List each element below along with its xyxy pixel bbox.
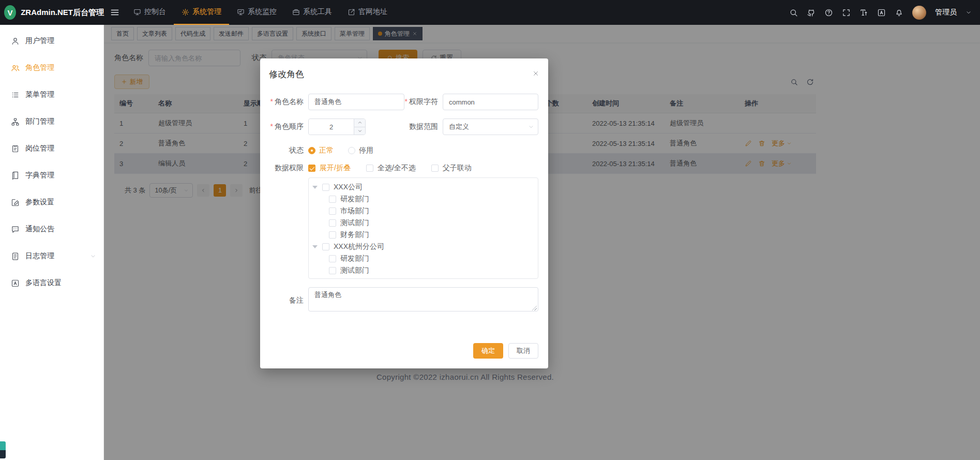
stepper-controls	[354, 119, 365, 135]
sidebar-item-dictionary[interactable]: 字典管理	[0, 162, 103, 189]
tree-node-label: XXX公司	[334, 183, 363, 192]
tree-node-dept[interactable]: 财务部门	[309, 229, 538, 241]
checkbox	[308, 165, 315, 172]
tree-node-label: 测试部门	[340, 266, 369, 275]
tree-checkbox[interactable]	[329, 219, 336, 227]
caret-down-icon[interactable]	[312, 186, 318, 189]
nav-label: 系统工具	[303, 7, 332, 17]
avatar[interactable]	[912, 6, 926, 20]
form-row-status: 状态 正常 停用	[266, 143, 538, 158]
checkbox	[366, 165, 373, 172]
monitor-icon	[133, 8, 141, 16]
list-icon	[11, 91, 20, 99]
checkbox-label: 父子联动	[443, 164, 472, 173]
tree-checkbox[interactable]	[329, 267, 336, 274]
tree-node-dept[interactable]: 测试部门	[309, 264, 538, 276]
sidebar-item-notices[interactable]: 通知公告	[0, 216, 103, 243]
sidebar-item-parameters[interactable]: 参数设置	[0, 189, 103, 216]
tree-checkbox[interactable]	[322, 243, 329, 250]
user-caret-icon[interactable]	[966, 9, 972, 16]
tree-node-label: 研发部门	[340, 195, 369, 204]
sidebar-item-users[interactable]: 用户管理	[0, 27, 103, 54]
remark-field-label: 备注	[266, 296, 308, 305]
data-permission-field-label: 数据权限	[266, 164, 308, 173]
top-nav: 控制台 系统管理 系统监控 系统工具 官网地址	[104, 0, 789, 25]
radio-status-disabled[interactable]: 停用	[348, 146, 373, 155]
top-header: V ZRAdmin.NET后台管理 控制台 系统管理 系统监控 系统工具	[0, 0, 980, 25]
badge-icon	[11, 144, 20, 153]
tree-checkbox[interactable]	[329, 207, 336, 215]
sidebar-item-label: 多语言设置	[25, 278, 62, 288]
tree-checkbox[interactable]	[329, 196, 336, 203]
radio-dot	[308, 147, 315, 154]
role-sort-input[interactable]	[309, 119, 354, 135]
checkbox-expand-collapse[interactable]: 展开/折叠	[308, 164, 351, 173]
remark-textarea[interactable]: 普通角色	[308, 287, 538, 311]
checkbox	[431, 165, 439, 172]
tree-node-label: 财务部门	[340, 230, 369, 240]
sidebar-toggle-icon[interactable]	[104, 0, 126, 25]
tree-checkbox[interactable]	[329, 255, 336, 262]
app-logo: V	[4, 5, 16, 20]
form-row: 角色顺序 数据范围 自定义	[266, 118, 538, 135]
username[interactable]: 管理员	[935, 8, 957, 17]
sidebar: 用户管理 角色管理 菜单管理 部门管理 岗位管理 字典管理 参数设置 通知公告	[0, 25, 104, 460]
caret-down-icon[interactable]	[312, 245, 318, 248]
sidebar-item-menus[interactable]: 菜单管理	[0, 81, 103, 108]
translate-icon	[11, 279, 20, 288]
sidebar-item-roles[interactable]: 角色管理	[0, 54, 103, 81]
role-sort-stepper[interactable]	[308, 118, 366, 135]
radio-label: 正常	[319, 146, 334, 155]
font-size-icon[interactable]	[860, 8, 868, 17]
fullscreen-icon[interactable]	[842, 8, 851, 17]
sidebar-item-languages[interactable]: 多语言设置	[0, 270, 103, 296]
role-key-field[interactable]	[443, 94, 538, 110]
checkbox-select-all[interactable]: 全选/全不选	[366, 164, 416, 173]
nav-item-system-tools[interactable]: 系统工具	[284, 0, 340, 25]
chevron-down-icon	[528, 124, 534, 130]
edit-role-dialog: 修改角色 角色名称 权限字符 角色顺序 数据范围	[260, 58, 548, 368]
role-name-field[interactable]	[308, 94, 404, 110]
notification-bell-icon[interactable]	[895, 8, 903, 17]
tree-node-company-1[interactable]: XXX公司	[309, 181, 538, 193]
tree-node-dept[interactable]: 测试部门	[309, 217, 538, 229]
data-scope-select[interactable]: 自定义	[443, 118, 538, 135]
tree-node-company-2[interactable]: XXX杭州分公司	[309, 241, 538, 253]
close-icon[interactable]	[532, 70, 539, 77]
tree-node-label: 测试部门	[340, 218, 369, 228]
search-icon[interactable]	[789, 8, 798, 17]
confirm-button[interactable]: 确定	[473, 343, 503, 359]
github-icon[interactable]	[807, 8, 816, 17]
dialog-footer: 确定 取消	[473, 343, 538, 359]
nav-label: 官网地址	[358, 7, 387, 17]
sidebar-item-logs[interactable]: 日志管理	[0, 243, 103, 270]
nav-item-official-site[interactable]: 官网地址	[340, 0, 395, 25]
checkbox-parent-child-link[interactable]: 父子联动	[431, 164, 472, 173]
sidebar-item-label: 部门管理	[25, 117, 54, 126]
help-icon[interactable]	[824, 8, 833, 17]
cancel-button[interactable]: 取消	[508, 343, 538, 359]
nav-label: 系统管理	[192, 7, 221, 17]
tree-checkbox[interactable]	[322, 184, 329, 191]
radio-dot	[348, 147, 355, 154]
role-name-field-label: 角色名称	[266, 97, 308, 107]
tree-node-dept[interactable]: 研发部门	[309, 253, 538, 264]
sidebar-item-label: 用户管理	[25, 36, 54, 46]
message-icon	[11, 225, 20, 234]
nav-item-system-management[interactable]: 系统管理	[174, 0, 229, 25]
nav-item-console[interactable]: 控制台	[126, 0, 174, 25]
stepper-down-button[interactable]	[354, 127, 365, 135]
tree-node-dept[interactable]: 研发部门	[309, 193, 538, 205]
corner-widget	[0, 441, 6, 458]
language-icon[interactable]	[877, 8, 886, 17]
sidebar-item-posts[interactable]: 岗位管理	[0, 135, 103, 162]
tree-node-dept[interactable]: 市场部门	[309, 205, 538, 217]
sidebar-item-departments[interactable]: 部门管理	[0, 108, 103, 135]
stepper-up-button[interactable]	[354, 119, 365, 127]
nav-item-system-monitor[interactable]: 系统监控	[229, 0, 284, 25]
sidebar-item-label: 通知公告	[25, 225, 54, 234]
tree-checkbox[interactable]	[329, 231, 336, 239]
radio-label: 停用	[359, 146, 373, 155]
tree-node-label: 研发部门	[340, 254, 369, 263]
radio-status-normal[interactable]: 正常	[308, 146, 334, 155]
